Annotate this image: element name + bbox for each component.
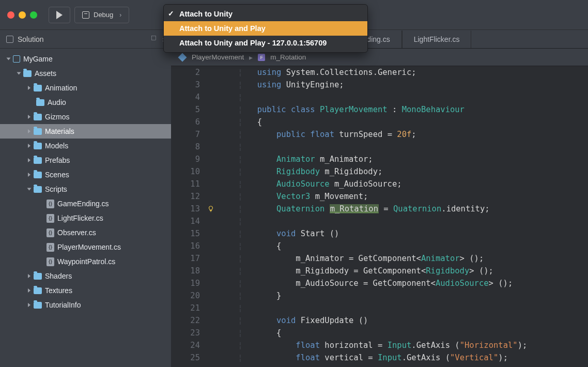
expander-icon[interactable] <box>28 173 30 177</box>
dropdown-item[interactable]: ✓Attach to Unity <box>164 7 367 21</box>
tree-folder[interactable]: Prefabs <box>0 153 171 167</box>
run-configuration-label: Debug <box>94 11 113 19</box>
tree-folder[interactable]: Audio <box>0 95 171 110</box>
tree-item-label: TutorialInfo <box>45 301 81 309</box>
folder-icon <box>34 186 42 193</box>
line-number-gutter: 2345678910111213141516171819202122232425 <box>171 66 205 367</box>
run-button[interactable] <box>49 7 70 23</box>
play-icon <box>56 11 63 19</box>
csharp-file-icon: {} <box>47 257 54 266</box>
csharp-file-icon: {} <box>47 228 54 237</box>
folder-icon <box>34 273 42 280</box>
breadcrumb-class[interactable]: PlayerMovement <box>192 53 244 61</box>
tree-file[interactable]: {}GameEnding.cs <box>0 196 171 211</box>
tree-item-label: PlayerMovement.cs <box>57 243 121 251</box>
tree-item-label: Animation <box>45 84 77 92</box>
lightbulb-icon[interactable] <box>205 203 216 215</box>
expander-icon[interactable] <box>7 58 11 60</box>
tree-file[interactable]: {}LightFlicker.cs <box>0 211 171 225</box>
code-text[interactable]: ¦ using System.Collections.Generic; ¦ us… <box>216 66 588 367</box>
configuration-icon <box>82 11 89 19</box>
expander-icon[interactable] <box>28 144 30 148</box>
tree-folder[interactable]: Scenes <box>0 167 171 182</box>
dropdown-item-label: Attach to Unity <box>179 10 233 18</box>
dropdown-item-label: Attach to Unity and Play <box>179 24 266 33</box>
class-icon <box>178 53 187 62</box>
check-icon: ✓ <box>168 9 174 18</box>
tree-folder[interactable]: Textures <box>0 283 171 298</box>
breadcrumb-separator-icon: ▸ <box>249 53 253 62</box>
tree-folder[interactable]: Models <box>0 139 171 153</box>
tree-item-label: LightFlicker.cs <box>57 214 103 222</box>
expander-icon[interactable] <box>28 129 30 133</box>
expander-icon[interactable] <box>28 158 30 162</box>
expander-icon[interactable] <box>17 72 21 75</box>
field-icon: F <box>258 54 265 61</box>
folder-icon <box>34 172 42 178</box>
glyph-margin[interactable] <box>205 66 216 367</box>
tree-item-label: Materials <box>45 127 74 135</box>
folder-icon <box>34 128 42 135</box>
solution-title: Solution <box>18 35 44 43</box>
expander-icon[interactable] <box>28 288 30 293</box>
chevron-right-icon: › <box>119 11 121 19</box>
zoom-window-button[interactable] <box>30 11 37 19</box>
dropdown-item[interactable]: Attach to Unity and Play <box>164 21 367 36</box>
tree-folder[interactable]: Assets <box>0 66 171 81</box>
run-configuration-selector[interactable]: Debug › <box>74 7 129 23</box>
layout-body: Solution □ › MyGameAssetsAnimationAudioG… <box>0 30 588 367</box>
solution-tree[interactable]: MyGameAssetsAnimationAudioGizmosMaterial… <box>0 49 171 367</box>
tab-lightflicker[interactable]: LightFlicker.cs <box>402 30 472 48</box>
folder-icon <box>36 99 44 106</box>
breadcrumb-member[interactable]: m_Rotation <box>270 53 306 61</box>
tree-item-label: Gizmos <box>45 113 69 121</box>
expander-icon[interactable] <box>27 188 32 191</box>
close-window-button[interactable] <box>7 11 14 19</box>
solution-icon <box>6 36 13 43</box>
expander-icon[interactable] <box>28 115 30 119</box>
expander-icon[interactable] <box>28 86 30 90</box>
dropdown-item[interactable]: Attach to Unity and Play - 127.0.0.1:567… <box>164 36 367 50</box>
minimize-window-button[interactable] <box>19 11 26 19</box>
tree-item-label: Shaders <box>45 272 72 280</box>
folder-icon <box>34 287 42 294</box>
tree-item-label: Scenes <box>45 171 69 179</box>
toolbar: Debug › ✓Attach to UnityAttach to Unity … <box>0 0 588 30</box>
dropdown-item-label: Attach to Unity and Play - 127.0.0.1:567… <box>179 39 327 47</box>
run-target-dropdown[interactable]: ✓Attach to UnityAttach to Unity and Play… <box>163 4 368 53</box>
tree-folder[interactable]: Animation <box>0 81 171 95</box>
expander-icon[interactable] <box>28 303 30 307</box>
tree-item-label: GameEnding.cs <box>57 200 109 208</box>
code-editor[interactable]: 2345678910111213141516171819202122232425… <box>171 66 588 367</box>
project-icon <box>13 55 20 63</box>
csharp-file-icon: {} <box>47 214 54 223</box>
tree-item-label: Scripts <box>45 185 67 193</box>
folder-icon <box>34 157 42 164</box>
editor-area: ameEnding.cs LightFlicker.cs PlayerMovem… <box>171 30 588 367</box>
tree-folder[interactable]: Materials <box>0 124 171 139</box>
tab-label: LightFlicker.cs <box>414 35 460 43</box>
tree-file[interactable]: {}WaypointPatrol.cs <box>0 254 171 269</box>
tree-folder[interactable]: MyGame <box>0 52 171 66</box>
tree-folder[interactable]: Gizmos <box>0 110 171 124</box>
pin-icon[interactable]: □ <box>151 36 158 43</box>
csharp-file-icon: {} <box>47 200 54 208</box>
tree-item-label: Textures <box>45 286 72 295</box>
tree-file[interactable]: {}PlayerMovement.cs <box>0 240 171 254</box>
tree-item-label: Models <box>45 142 68 150</box>
tree-item-label: Assets <box>35 69 56 78</box>
tree-folder[interactable]: Shaders <box>0 269 171 283</box>
tree-folder[interactable]: Scripts <box>0 182 171 196</box>
folder-icon <box>34 143 42 149</box>
folder-icon <box>34 85 42 91</box>
tree-file[interactable]: {}Observer.cs <box>0 225 171 240</box>
folder-icon <box>34 302 42 309</box>
solution-sidebar: Solution □ › MyGameAssetsAnimationAudioG… <box>0 30 171 367</box>
tree-item-label: WaypointPatrol.cs <box>57 257 115 266</box>
csharp-file-icon: {} <box>47 243 54 252</box>
tree-item-label: Audio <box>48 98 66 106</box>
tree-folder[interactable]: TutorialInfo <box>0 298 171 312</box>
expander-icon[interactable] <box>28 274 30 278</box>
folder-icon <box>34 114 42 120</box>
solution-header: Solution □ › <box>0 30 171 49</box>
